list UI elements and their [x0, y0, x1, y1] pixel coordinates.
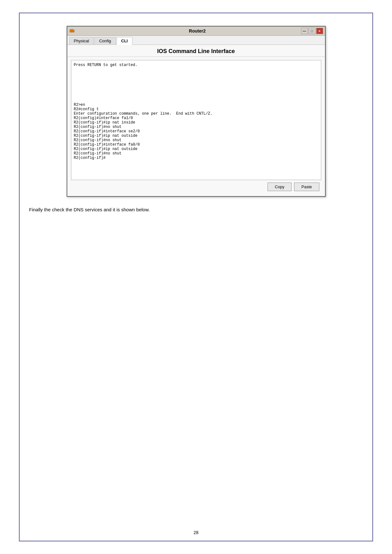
- page-number: 28: [194, 530, 199, 535]
- copy-button[interactable]: Copy: [268, 183, 292, 191]
- tab-cli[interactable]: CLI: [117, 37, 133, 45]
- router-window: Router2 — □ × Physical Config CLI IOS Co…: [67, 26, 326, 197]
- svg-point-1: [70, 31, 71, 32]
- tab-physical[interactable]: Physical: [69, 37, 94, 45]
- paste-button[interactable]: Paste: [294, 183, 319, 191]
- tabs-bar: Physical Config CLI: [67, 36, 325, 45]
- page-border: Router2 — □ × Physical Config CLI IOS Co…: [19, 13, 373, 541]
- svg-point-2: [71, 31, 72, 32]
- tab-config[interactable]: Config: [94, 37, 116, 45]
- title-bar-left: [69, 28, 75, 34]
- body-paragraph: Finally the check the DNS services and i…: [29, 206, 363, 214]
- cli-area: Press RETURN to get started. R2>en R2#co…: [67, 57, 325, 196]
- title-bar: Router2 — □ ×: [67, 27, 325, 36]
- svg-point-3: [73, 31, 74, 32]
- close-button[interactable]: ×: [316, 28, 323, 34]
- ios-heading: IOS Command Line Interface: [67, 45, 325, 57]
- minimize-button[interactable]: —: [301, 28, 308, 34]
- cli-buttons: Copy Paste: [71, 180, 321, 193]
- router-icon: [69, 28, 75, 34]
- restore-button[interactable]: □: [309, 28, 316, 34]
- window-title: Router2: [75, 28, 301, 33]
- cli-terminal[interactable]: Press RETURN to get started. R2>en R2#co…: [71, 60, 321, 180]
- window-controls: — □ ×: [301, 28, 323, 34]
